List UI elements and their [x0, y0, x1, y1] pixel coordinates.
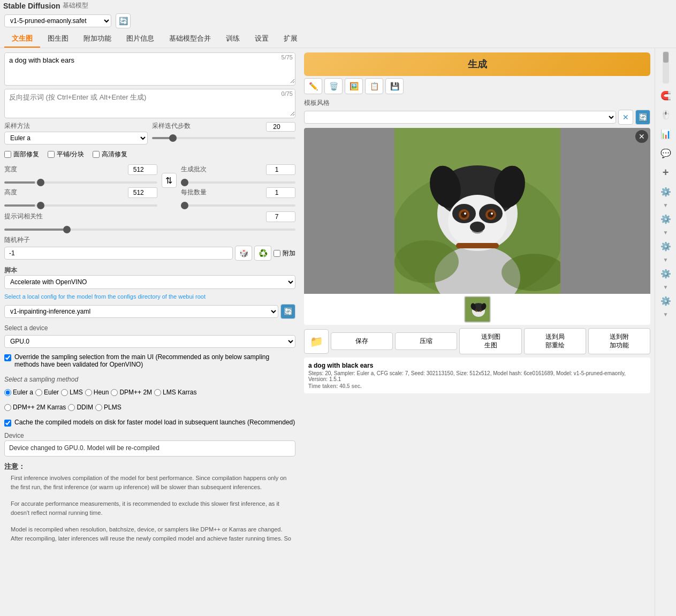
config-row: v1-inpainting-inference.yaml 🔄	[4, 304, 295, 319]
generated-image	[394, 128, 560, 294]
chevron-5: ▼	[663, 311, 669, 317]
height-slider[interactable]	[4, 204, 157, 207]
clipboard-button[interactable]: 📋	[365, 78, 383, 94]
sidebar-icon-4[interactable]: 💬	[657, 145, 674, 162]
steps-slider[interactable]	[152, 137, 295, 139]
sidebar-icon-2[interactable]: 🖱️	[657, 106, 674, 123]
sampler-select[interactable]: Euler a Euler LMS Heun DPM++ 2M	[4, 132, 148, 145]
steps-group: 采样迭代步数	[152, 121, 295, 141]
seed-label: 随机种子	[4, 235, 295, 245]
image-close-button[interactable]: ✕	[635, 130, 648, 143]
svg-point-18	[394, 240, 459, 283]
config-select[interactable]: v1-inpainting-inference.yaml	[4, 305, 278, 318]
notice-item-2: For accurate performance measurements, i…	[4, 499, 295, 517]
batch-count-input[interactable]	[266, 164, 295, 175]
template-refresh-button[interactable]: ✕	[618, 110, 633, 125]
height-input[interactable]	[128, 187, 157, 198]
width-slider[interactable]	[4, 181, 157, 184]
image-meta: Steps: 20, Sampler: Euler a, CFG scale: …	[308, 370, 646, 382]
override-checkbox[interactable]: Override the sampling selection from the…	[4, 351, 295, 370]
tab-merge[interactable]: 基础模型合并	[162, 31, 218, 48]
tab-extras[interactable]: 附加功能	[76, 31, 119, 48]
tab-imginfo[interactable]: 图片信息	[119, 31, 162, 48]
sidebar-add-button[interactable]: +	[657, 164, 674, 181]
batch-count-label: 生成批次	[181, 165, 207, 174]
sidebar-gear-5[interactable]: ⚙️	[657, 292, 674, 309]
script-select[interactable]: Accelerate with OpenVINO None	[4, 275, 295, 289]
tab-txt2img[interactable]: 文生图	[4, 31, 40, 48]
thumbnail-1[interactable]	[464, 296, 491, 323]
swap-dimensions-button[interactable]: ⇅	[162, 173, 177, 188]
sidebar-icon-1[interactable]: 🧲	[657, 87, 674, 104]
batch-count-slider[interactable]	[181, 181, 295, 184]
chevron-3: ▼	[663, 257, 669, 263]
radio-ddim[interactable]: DDIM	[68, 404, 93, 411]
negative-prompt-input[interactable]	[5, 89, 295, 116]
send-to-inpaint-button[interactable]: 送到局部重绘	[524, 328, 586, 354]
trash-button[interactable]: 🗑️	[324, 78, 343, 94]
radio-euler-a[interactable]: Euler a	[4, 389, 33, 396]
seed-dice-button[interactable]: 🎲	[235, 246, 252, 261]
image-button[interactable]: 🖼️	[345, 78, 363, 94]
tab-extensions[interactable]: 扩展	[276, 31, 305, 48]
open-folder-button[interactable]: 📁	[304, 329, 329, 354]
sidebar-icon-3[interactable]: 📊	[657, 125, 674, 142]
prompt-counter: 5/75	[282, 54, 293, 60]
seed-recycle-button[interactable]: ♻️	[254, 246, 271, 261]
width-group: 宽度 高度	[4, 164, 157, 208]
svg-point-15	[491, 212, 493, 215]
negative-prompt-counter: 0/75	[282, 90, 293, 97]
tab-settings[interactable]: 设置	[247, 31, 276, 48]
steps-label: 采样迭代步数	[152, 121, 191, 131]
sidebar-gear-4[interactable]: ⚙️	[657, 265, 674, 282]
hires-check[interactable]: 高清修复	[93, 150, 127, 159]
radio-dpm2m[interactable]: DPM++ 2M	[111, 389, 152, 396]
radio-lms-karras[interactable]: LMS Karras	[154, 389, 196, 396]
cfg-slider[interactable]	[4, 229, 295, 231]
device-output: Device changed to GPU.0. Model will be r…	[4, 440, 295, 457]
model-refresh-button[interactable]: 🔄	[116, 13, 131, 28]
seed-input[interactable]	[4, 247, 233, 260]
radio-plms[interactable]: PLMS	[95, 404, 121, 411]
face-restore-check[interactable]: 面部修复	[4, 150, 39, 159]
device-select[interactable]: GPU.0 CPU	[4, 335, 295, 348]
cache-checkbox[interactable]: Cache the compiled models on disk for fa…	[4, 416, 295, 429]
save-action-button[interactable]: 保存	[331, 332, 393, 351]
template-apply-button[interactable]: 🔄	[635, 110, 650, 125]
model-select[interactable]: v1-5-pruned-emaonly.safet	[4, 14, 111, 27]
save-button[interactable]: 💾	[385, 78, 404, 94]
batch-size-label: 每批数量	[181, 188, 207, 197]
batch-group: 生成批次 每批数量	[181, 164, 295, 208]
radio-euler[interactable]: Euler	[35, 389, 59, 396]
width-input[interactable]	[128, 164, 157, 175]
radio-lms[interactable]: LMS	[61, 389, 83, 396]
tile-check[interactable]: 平铺/分块	[48, 150, 84, 159]
prompt-input[interactable]: a dog with black ears	[5, 53, 295, 83]
radio-dpm2m-karras[interactable]: DPM++ 2M Karras	[4, 404, 66, 411]
checkbox-row: 面部修复 平铺/分块 高清修复	[4, 148, 295, 161]
svg-rect-17	[456, 243, 499, 248]
radio-group: Euler a Euler LMS Heun DPM++ 2M LMS Karr…	[4, 386, 295, 398]
brush-button[interactable]: ✏️	[304, 78, 322, 94]
scrollbar[interactable]	[663, 51, 669, 83]
radio-group-2: DPM++ 2M Karras DDIM PLMS	[4, 401, 295, 413]
batch-size-slider[interactable]	[181, 204, 295, 207]
compress-button[interactable]: 压缩	[395, 332, 457, 351]
svg-point-25	[475, 310, 477, 312]
tab-img2img[interactable]: 图生图	[40, 31, 76, 48]
steps-value[interactable]	[266, 122, 295, 132]
batch-size-input[interactable]	[266, 187, 295, 198]
sidebar-gear-2[interactable]: ⚙️	[657, 210, 674, 227]
brand-subtitle: 基础模型	[63, 1, 88, 10]
config-refresh-button[interactable]: 🔄	[280, 304, 295, 319]
sidebar-gear-1[interactable]: ⚙️	[657, 183, 674, 200]
sidebar-gear-3[interactable]: ⚙️	[657, 238, 674, 255]
tab-train[interactable]: 训练	[218, 31, 247, 48]
send-to-extra-button[interactable]: 送到附加功能	[588, 328, 650, 354]
radio-heun[interactable]: Heun	[85, 389, 109, 396]
template-select[interactable]	[304, 111, 616, 124]
seed-append-check[interactable]: 附加	[274, 249, 295, 258]
send-to-img2img-button[interactable]: 送到图生图	[459, 328, 521, 354]
cfg-input[interactable]	[266, 211, 295, 222]
generate-button[interactable]: 生成	[304, 52, 650, 76]
